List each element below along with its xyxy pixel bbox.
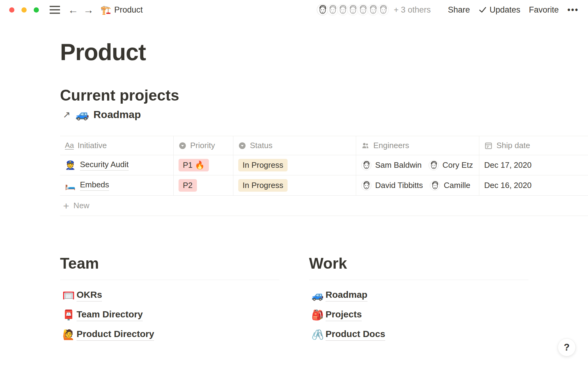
car-emoji-icon: 🚙: [311, 289, 326, 301]
engineers-cell[interactable]: Sam Baldwin Cory Etz: [356, 155, 479, 175]
plus-icon: +: [63, 201, 69, 211]
team-heading: Team: [60, 255, 279, 272]
page-link-okrs[interactable]: 🥅 OKRs: [60, 286, 279, 305]
person-chip[interactable]: Camille: [430, 180, 470, 191]
ship-date-cell[interactable]: Dec 17, 2020: [479, 155, 588, 175]
page-link-label: OKRs: [77, 289, 102, 301]
page-link-label: Product Docs: [326, 329, 385, 341]
avatar: [377, 4, 389, 16]
page-link-team-directory[interactable]: 📮 Team Directory: [60, 305, 279, 325]
status-cell[interactable]: In Progress: [233, 155, 356, 175]
page-title: Product: [60, 39, 146, 65]
page-link-projects[interactable]: 🎒 Projects: [309, 305, 529, 325]
avatar: [357, 4, 369, 16]
ship-date-cell[interactable]: Dec 16, 2020: [479, 175, 588, 195]
postbox-emoji-icon: 📮: [62, 309, 77, 321]
column-header-priority[interactable]: Priority: [174, 136, 233, 155]
status-badge[interactable]: In Progress: [238, 159, 288, 171]
backpack-emoji-icon: 🎒: [311, 309, 326, 321]
avatar: [317, 4, 328, 16]
priority-badge[interactable]: P1 🔥: [179, 159, 209, 171]
priority-cell[interactable]: P2: [174, 175, 233, 195]
minimize-window-button[interactable]: [21, 7, 27, 13]
status-cell[interactable]: In Progress: [233, 175, 356, 195]
window-controls: [9, 7, 46, 13]
others-count[interactable]: + 3 others: [394, 5, 431, 15]
select-property-icon: [179, 142, 187, 150]
initiative-link[interactable]: Embeds: [80, 180, 109, 191]
engineers-cell[interactable]: David Tibbitts Camille: [356, 175, 479, 195]
new-row-label: New: [74, 201, 89, 210]
column-header-engineers[interactable]: Engineers: [356, 136, 479, 155]
work-heading: Work: [309, 255, 529, 272]
person-name: Cory Etz: [443, 160, 473, 170]
column-label: Ship date: [496, 141, 530, 150]
updates-button[interactable]: Updates: [479, 5, 521, 15]
page-link-roadmap[interactable]: 🚙 Roadmap: [309, 286, 529, 305]
ship-date: Dec 16, 2020: [484, 181, 532, 190]
share-button[interactable]: Share: [448, 5, 470, 15]
bed-emoji-icon: 🛏️: [65, 180, 76, 190]
column-label: Priority: [190, 141, 215, 150]
breadcrumb[interactable]: 🏗️ Product: [100, 5, 143, 15]
priority-cell[interactable]: P1 🔥: [174, 155, 233, 175]
zoom-window-button[interactable]: [34, 7, 39, 13]
select-property-icon: [238, 142, 246, 150]
status-badge[interactable]: In Progress: [238, 179, 288, 192]
favorite-button[interactable]: Favorite: [529, 5, 559, 15]
person-chip[interactable]: Cory Etz: [428, 160, 473, 171]
goal-net-emoji-icon: 🥅: [62, 289, 77, 301]
more-options-icon[interactable]: •••: [567, 5, 579, 15]
column-label: Status: [250, 141, 273, 150]
column-label: Initiative: [77, 141, 107, 150]
avatar: [347, 4, 359, 16]
column-header-initiative[interactable]: Aa Initiative: [60, 136, 174, 155]
new-row-button[interactable]: + New: [60, 196, 588, 216]
person-name: David Tibbitts: [375, 181, 423, 190]
back-arrow-icon[interactable]: ←: [68, 5, 78, 15]
check-icon: [479, 6, 487, 14]
column-header-ship-date[interactable]: Ship date: [479, 136, 588, 155]
updates-label: Updates: [490, 5, 521, 15]
person-chip[interactable]: David Tibbitts: [361, 180, 423, 191]
help-button[interactable]: ?: [558, 338, 576, 356]
avatar: [428, 160, 439, 171]
column-header-status[interactable]: Status: [233, 136, 356, 155]
breadcrumb-title: Product: [114, 5, 143, 15]
initiative-link[interactable]: Security Audit: [80, 160, 129, 171]
linked-database-roadmap[interactable]: ↗ 🚙 Roadmap: [63, 108, 141, 121]
team-section: Team 🥅 OKRs 📮 Team Directory 🙋 Product D…: [60, 255, 279, 344]
linked-database-title: Roadmap: [93, 109, 141, 121]
page-link-label: Roadmap: [326, 289, 368, 301]
page-link-product-docs[interactable]: 🖇️ Product Docs: [309, 325, 529, 344]
police-officer-emoji-icon: 👮: [65, 160, 76, 170]
person-name: Camille: [444, 181, 470, 190]
person-chip[interactable]: Sam Baldwin: [361, 160, 422, 171]
page-link-label: Projects: [326, 309, 362, 321]
page-link-label: Product Directory: [77, 329, 154, 341]
projects-table: Aa Initiative Priority Status Engineers: [60, 136, 588, 216]
divider: [60, 280, 279, 280]
ship-date: Dec 17, 2020: [484, 160, 532, 170]
forward-arrow-icon[interactable]: →: [83, 5, 94, 15]
avatar: [337, 4, 349, 16]
calendar-property-icon: [484, 141, 493, 150]
initiative-cell[interactable]: 🛏️ Embeds: [60, 175, 174, 195]
car-emoji-icon: 🚙: [75, 108, 89, 121]
avatar: [327, 4, 338, 16]
top-bar: ← → 🏗️ Product + 3 others Share Updates …: [0, 0, 588, 20]
person-raising-hand-emoji-icon: 🙋: [62, 329, 77, 340]
external-arrow-icon: ↗: [63, 109, 70, 120]
initiative-cell[interactable]: 👮 Security Audit: [60, 155, 174, 175]
priority-badge[interactable]: P2: [179, 179, 197, 192]
avatar: [361, 160, 371, 171]
paperclips-emoji-icon: 🖇️: [311, 329, 326, 340]
topbar-left: ← → 🏗️ Product: [9, 5, 143, 15]
close-window-button[interactable]: [9, 7, 14, 13]
topbar-right: + 3 others Share Updates Favorite •••: [317, 4, 579, 16]
sidebar-menu-icon[interactable]: [50, 6, 60, 14]
collaborator-facepile[interactable]: [317, 4, 389, 16]
divider: [309, 280, 529, 280]
avatar: [361, 180, 371, 191]
page-link-product-directory[interactable]: 🙋 Product Directory: [60, 325, 279, 344]
